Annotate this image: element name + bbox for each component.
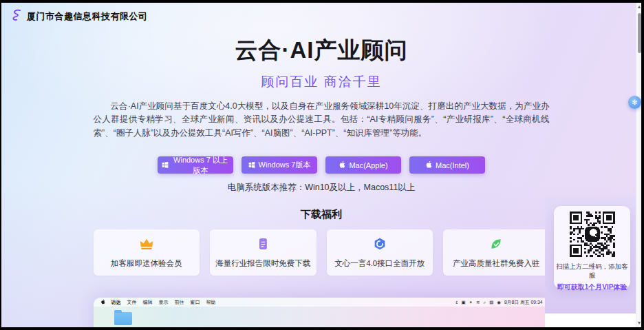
menubar-item-window: 窗口 [191,299,200,306]
system-requirements-note: 电脑系统版本推荐：Win10及以上，Macos11以上 [94,182,550,194]
status-input-method-icon: ▣ [461,300,465,305]
status-wifi-icon: ≋ [476,300,480,305]
qr-vip-offer: 即可获取1个月VIP体验 [554,282,630,292]
product-description: 云合·AI产业顾问基于百度文心4.0大模型，以及自身在产业服务领域深耕10年沉淀… [94,100,550,140]
page-title: 云合·AI产业顾问 [94,35,550,66]
crown-icon [139,237,154,254]
menubar-item-help: 帮助 [206,299,216,306]
apple-menu-icon [100,299,105,305]
status-siri-icon: ◉ [497,300,501,305]
download-windows7-button[interactable]: Windows 7版本 [242,156,317,174]
menubar-item-edit: 编辑 [143,299,153,306]
report-icon [256,237,270,254]
qr-instruction: 扫描上方二维码，添加客服 [554,262,630,280]
page-scrollbar[interactable] [636,3,641,327]
benefit-card-community: 产业高质量社群免费入驻 [443,229,550,276]
status-control-center-icon: ▤ [489,300,493,305]
status-search-icon: ⌕ [483,300,486,305]
scroll-down-icon[interactable] [638,322,641,324]
menubar-item-view: 显示 [159,299,169,306]
benefit-card-ernie: 文心一言4.0接口全面开放 [327,229,433,276]
status-hequ-icon: ε [456,300,458,305]
ernie-icon [373,237,387,254]
apple-icon [425,161,432,170]
status-handoff-icon: ✦ [469,300,473,305]
benefit-card-label: 产业高质量社群免费入驻 [453,258,540,269]
benefit-card-reports: 海量行业报告限时免费下载 [210,229,316,276]
scrollbar-thumb[interactable] [638,13,641,53]
landing-page: 厦门市合趣信息科技有限公司 云合·AI产业顾问 顾问百业 商洽千里 云合·AI产… [1,3,641,327]
desktop-folder-icon [114,312,132,325]
page-subtitle: 顾问百业 商洽千里 [94,73,550,91]
menubar-item-go: 前往 [175,299,184,306]
download-button-row: Windows 7 以上版本 Windows 7版本 Mac(Apple) [94,156,550,174]
desktop-preview: 访达 文件 编辑 显示 前往 窗口 帮助 ε ▣ ✦ ≋ ⌕ ▤ ◉ [94,298,550,327]
download-mac-intel-button[interactable]: Mac(Intel) [409,156,485,174]
macos-menubar: 访达 文件 编辑 显示 前往 窗口 帮助 ε ▣ ✦ ≋ ⌕ ▤ ◉ [94,298,550,307]
menubar-status-area: ε ▣ ✦ ≋ ⌕ ▤ ◉ 8月8日 周五 09:34 [456,299,543,306]
service-widget-button[interactable]: ✻ [628,96,641,109]
benefit-card-label: 海量行业报告限时免费下载 [215,258,310,269]
apple-icon [339,161,345,170]
download-windows7-plus-button[interactable]: Windows 7 以上版本 [158,156,233,174]
download-mac-apple-button[interactable]: Mac(Apple) [325,156,401,174]
qr-panel: 扫描上方二维码，添加客服 即可获取1个月VIP体验 [554,206,630,289]
qr-section-footer [545,313,636,327]
benefit-card-label: 文心一言4.0接口全面开放 [334,258,425,269]
menubar-item-file: 文件 [127,299,137,306]
service-widget-icon: ✻ [632,99,637,106]
header-brand[interactable]: 厦门市合趣信息科技有限公司 [10,8,148,24]
qr-code [570,212,615,257]
windows-icon [248,161,255,169]
benefit-card-vip: 加客服即送体验会员 [94,229,200,276]
windows-icon [162,161,169,169]
hequ-logo-icon [10,8,23,24]
company-name: 厦门市合趣信息科技有限公司 [27,10,148,23]
main-content: 云合·AI产业顾问 顾问百业 商洽千里 云合·AI产业顾问基于百度文心4.0大模… [94,3,550,327]
benefit-cards: 加客服即送体验会员 海量行业报告限时免费下载 文心一言4.0接口全面开放 [94,229,550,276]
benefits-heading: 下载福利 [94,208,550,221]
community-icon [489,237,503,254]
menubar-datetime: 8月8日 周五 09:34 [504,299,543,306]
scroll-up-icon[interactable] [638,6,641,8]
screen: 厦门市合趣信息科技有限公司 云合·AI产业顾问 顾问百业 商洽千里 云合·AI产… [0,0,644,330]
menubar-item-finder: 访达 [111,299,121,306]
benefit-card-label: 加客服即送体验会员 [111,258,182,269]
